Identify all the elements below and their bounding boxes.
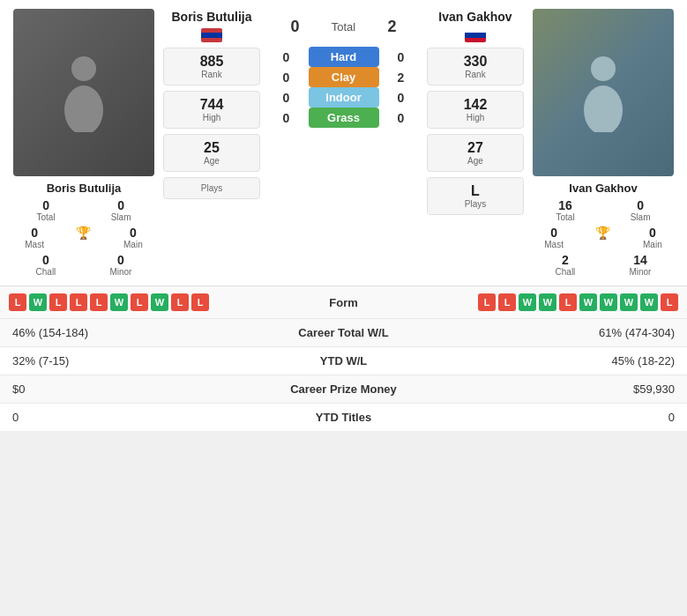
right-plays-value: L	[431, 183, 519, 199]
players-section: Boris Butulija 0 Total 0 Slam 0 Mast 🏆	[0, 0, 687, 286]
form-badge-left: L	[171, 293, 189, 311]
form-badge-left: L	[70, 293, 87, 311]
right-mast-cell: 0 Mast	[544, 226, 564, 249]
form-badge-right: L	[498, 293, 516, 311]
left-mast-cell: 0 Mast	[25, 226, 44, 249]
svg-point-2	[591, 56, 616, 81]
left-high-box: 744 High	[163, 91, 260, 129]
left-total-value: 0	[42, 198, 49, 212]
right-rank-value: 330	[431, 54, 519, 70]
form-badge-left: L	[191, 293, 209, 311]
total-score-left: 0	[282, 18, 309, 36]
right-flag	[465, 28, 486, 42]
form-badge-left: W	[151, 293, 168, 311]
right-slam-label: Slam	[631, 212, 651, 222]
right-mast-value: 0	[550, 226, 557, 240]
right-slam-cell: 0 Slam	[631, 198, 651, 222]
left-mast-label: Mast	[25, 240, 44, 249]
total-score-right: 2	[379, 18, 406, 36]
form-section: LWLLLWLWLL Form LLWWLWWWWL	[0, 286, 687, 318]
stats-right-value: 61% (474-304)	[446, 319, 687, 347]
right-rank-box: 330 Rank	[427, 48, 524, 85]
left-chall-cell: 0 Chall	[36, 253, 56, 277]
surface-btn-hard[interactable]: Hard	[309, 47, 379, 67]
stats-left-value: $0	[0, 375, 241, 404]
left-plays-box: Plays	[163, 177, 260, 199]
surface-btn-grass[interactable]: Grass	[309, 108, 379, 128]
total-label: Total	[317, 20, 370, 33]
left-player-name: Boris Butulija	[47, 182, 122, 195]
left-high-value: 744	[168, 97, 256, 113]
left-minor-label: Minor	[109, 267, 131, 277]
left-rank-label: Rank	[168, 70, 256, 79]
right-plays-label: Plays	[431, 199, 519, 209]
right-high-box: 142 High	[427, 91, 524, 129]
stats-right-value: $59,930	[446, 375, 687, 404]
left-age-value: 25	[168, 140, 256, 156]
svg-point-3	[584, 85, 623, 132]
stats-left-value: 0	[0, 404, 241, 432]
left-chall-label: Chall	[36, 267, 56, 277]
right-main-cell: 0 Main	[643, 226, 662, 249]
left-high-label: High	[168, 113, 256, 122]
right-slam-value: 0	[637, 198, 644, 212]
right-high-label: High	[431, 113, 519, 122]
right-chall-label: Chall	[556, 267, 576, 277]
surface-score-right: 0	[388, 50, 414, 64]
surface-row-indoor: 0 Indoor 0	[273, 87, 414, 108]
stats-table-row: $0 Career Prize Money $59,930	[0, 375, 687, 404]
left-minor-cell: 0 Minor	[109, 253, 131, 277]
center-section: 0 Total 2 0 Hard 0 0 Clay 2 0 Indoor 0 0…	[265, 9, 422, 277]
left-stats-row1: 0 Total 0 Slam	[9, 198, 159, 222]
right-minor-cell: 14 Minor	[629, 253, 651, 277]
left-chall-value: 0	[42, 253, 49, 267]
right-age-box: 27 Age	[427, 134, 524, 172]
right-total-value: 16	[558, 198, 572, 212]
left-plays-label: Plays	[168, 183, 256, 193]
right-total-cell: 16 Total	[556, 198, 575, 222]
stats-table-row: 32% (7-15) YTD W/L 45% (18-22)	[0, 347, 687, 375]
svg-point-0	[71, 56, 96, 81]
stats-right-value: 0	[446, 404, 687, 432]
right-trophy-icon: 🏆	[595, 226, 610, 240]
surface-rows: 0 Hard 0 0 Clay 2 0 Indoor 0 0 Grass 0	[273, 47, 414, 128]
right-chall-value: 2	[562, 253, 569, 267]
right-main-value: 0	[649, 226, 656, 240]
form-badge-left: L	[131, 293, 148, 311]
form-badge-right: W	[600, 293, 617, 311]
form-badge-right: W	[519, 293, 536, 311]
right-chall-cell: 2 Chall	[556, 253, 576, 277]
surface-row-clay: 0 Clay 2	[273, 67, 414, 87]
right-mast-label: Mast	[544, 240, 564, 249]
left-age-label: Age	[168, 156, 256, 166]
stats-center-label: YTD Titles	[241, 404, 447, 432]
right-player-photo	[533, 9, 674, 176]
left-total-cell: 0 Total	[37, 198, 56, 222]
right-high-value: 142	[431, 97, 519, 113]
form-badge-right: W	[579, 293, 597, 311]
stats-center-label: Career Total W/L	[241, 319, 447, 347]
right-stats-row2: 0 Mast 🏆 0 Main	[528, 226, 678, 249]
left-slam-value: 0	[117, 198, 124, 212]
left-main-cell: 0 Main	[123, 226, 143, 249]
form-badges-right: LLWWLWWWWL	[478, 293, 678, 311]
left-main-label: Main	[123, 240, 143, 249]
left-trophy-icon: 🏆	[76, 226, 91, 240]
surface-btn-indoor[interactable]: Indoor	[309, 87, 379, 108]
surface-btn-clay[interactable]: Clay	[309, 67, 379, 87]
left-player-card: Boris Butulija 0 Total 0 Slam 0 Mast 🏆	[9, 9, 159, 277]
form-badge-left: L	[9, 293, 26, 311]
left-rank-value: 885	[168, 54, 256, 70]
stats-right-value: 45% (18-22)	[446, 347, 687, 375]
right-player-name: Ivan Gakhov	[569, 182, 637, 195]
surface-score-left: 0	[273, 50, 300, 64]
stats-table-row: 0 YTD Titles 0	[0, 404, 687, 432]
stats-left-value: 46% (154-184)	[0, 319, 241, 347]
stats-table-row: 46% (154-184) Career Total W/L 61% (474-…	[0, 319, 687, 347]
left-rank-box: 885 Rank	[163, 48, 260, 85]
left-player-photo	[13, 9, 154, 176]
right-age-label: Age	[431, 156, 519, 166]
right-rank-label: Rank	[431, 70, 519, 79]
form-badge-right: L	[661, 293, 678, 311]
form-badge-left: W	[29, 293, 47, 311]
